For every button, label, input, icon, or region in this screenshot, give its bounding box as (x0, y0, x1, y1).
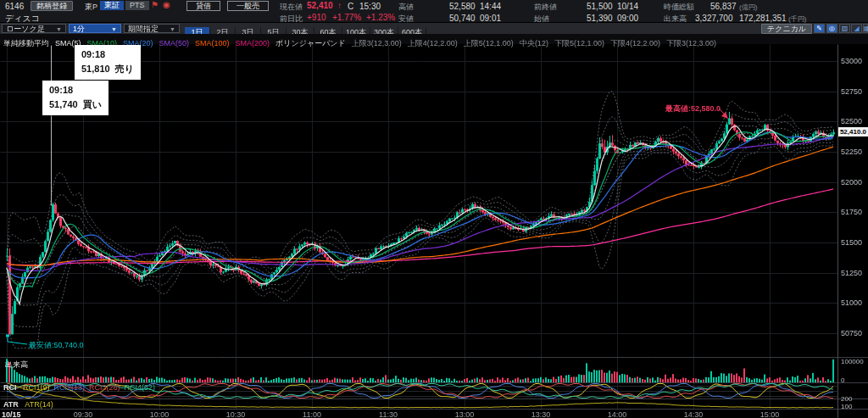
rci-legend-item: RCI3(26) (89, 383, 120, 392)
change-value: +910 (307, 13, 326, 22)
price-axis-label: 52750 (841, 87, 862, 96)
bollinger-legend-item: 下限4(12,2.00) (610, 39, 660, 47)
up-arrow-icon: ↑ (337, 1, 342, 10)
margin-button[interactable]: 貸借 (186, 1, 220, 11)
trading-chart-app: 6146 銘柄登録 東P 東証 PTS ⚑ ◉ 貸借 一般売 現在値 52,41… (0, 0, 868, 418)
bollinger-group-label: ボリンジャーバンド (275, 39, 346, 47)
atr-item-label: ATR(14) (25, 400, 53, 409)
price-axis-label: 50750 (841, 329, 862, 337)
pencil-icon[interactable]: ✎ (814, 24, 825, 33)
sma-legend-item: SMA(200) (236, 39, 270, 47)
bollinger-legend-item: 上限4(12,2.00) (408, 39, 458, 47)
header-row-1: 6146 銘柄登録 東P 東証 PTS ⚑ ◉ 貸借 一般売 現在値 52,41… (0, 0, 868, 12)
chart-type-value: ローソク足 (6, 25, 45, 33)
price-axis-label: 51750 (841, 208, 862, 216)
price-axis-label: 52500 (841, 117, 862, 125)
alert-icon[interactable]: ◉ (163, 0, 170, 9)
ticker-code: 6146 (5, 2, 24, 11)
price-axis-label: 52250 (841, 148, 862, 156)
session-low-annotation: 最安値:50,740.0 (29, 340, 84, 351)
price-axis-label: 51250 (841, 269, 862, 277)
time-axis-label: 14:30 (681, 410, 706, 418)
tab-pts[interactable]: PTS (125, 1, 149, 10)
trade-tooltip-buy: 09:18 51,740 買い (42, 81, 108, 115)
price-axis-label: 51500 (841, 238, 862, 247)
mcap-unit: (億円) (739, 3, 757, 12)
chevron-down-icon: ▼ (170, 25, 175, 33)
rci-title: RCI (3, 383, 17, 392)
price-axis: 5300052750525005225052000517505150051250… (837, 44, 868, 418)
close-flag: C (348, 2, 353, 11)
price-axis-label: 53000 (841, 57, 862, 65)
register-stock-button[interactable]: 銘柄登録 (31, 1, 73, 11)
tooltip-side: 売り (115, 64, 134, 74)
time-axis-label: 10:30 (223, 410, 248, 418)
tooltip-side: 買い (83, 99, 102, 109)
zoom-icon[interactable]: ◎ (826, 24, 837, 33)
period-select[interactable]: 期間指定▼ (124, 24, 180, 33)
panel-axis-label: 100 (841, 403, 852, 410)
prev-close-value: 51,500 (587, 2, 613, 11)
current-price-tag: 52,410.0 (838, 127, 868, 137)
tab-tse[interactable]: 東証 (100, 1, 124, 10)
chart-type-select[interactable]: ローソク足▼ (2, 24, 66, 33)
change-pct: +1.77% (332, 13, 361, 22)
rci-legend-item: RCI2(13) (54, 383, 86, 392)
period-value: 期間指定 (128, 25, 159, 33)
low-value: 50,740 (449, 14, 476, 23)
flag-icon[interactable]: ⚑ (151, 0, 159, 9)
technical-button[interactable]: テクニカル (761, 24, 812, 34)
current-time: 15:30 (359, 2, 381, 11)
panel-axis-label: 0 (841, 376, 844, 384)
time-axis-label: 14:00 (604, 410, 630, 418)
interval-select[interactable]: 1分▼ (69, 24, 121, 33)
session-high-annotation: 最高値:52,580.0 (665, 103, 721, 114)
time-axis-label: 11:00 (299, 410, 325, 418)
sma-legend-item: SMA(100) (195, 39, 230, 47)
sma-group-label: 単純移動平均 (3, 39, 49, 47)
sma-legend-item: SMA(50) (159, 39, 190, 47)
bollinger-legend-item: 下限5(12,1.00) (554, 39, 604, 47)
time-axis-label: 09:30 (70, 410, 96, 418)
settings-icon[interactable]: ▦ (863, 24, 868, 33)
turnover-value: 172,281,351 (739, 14, 787, 23)
current-price-value: 52,410 (307, 1, 333, 10)
time-axis-label: 10/15 (2, 410, 27, 418)
rci-panel-label: RCI RCI1(9)RCI2(13)RCI3(26)RCI4(52) (3, 383, 155, 392)
chevron-down-icon: ▼ (111, 25, 117, 33)
atr-panel-label: ATR ATR(14) (3, 400, 53, 409)
volume-value: 3,327,700 (695, 14, 733, 23)
interval-value: 1分 (73, 25, 85, 33)
open-time: 09:00 (617, 14, 638, 23)
trend-icon[interactable]: ◢ (851, 24, 862, 33)
time-axis: 10/1509:3010:0010:3011:0011:3013:0013:30… (0, 410, 837, 418)
panel-axis-label: 100000 (841, 358, 864, 365)
indicator-legend-row: 単純移動平均SMA(5)SMA(10)SMA(20)SMA(50)SMA(100… (0, 34, 868, 44)
chevron-down-icon: ▼ (56, 25, 62, 33)
bollinger-legend-item: 下限3(12,3.00) (666, 39, 716, 47)
price-axis-label: 52000 (841, 178, 862, 187)
bollinger-legend: 上限3(12,3.00)上限4(12,2.00)上限5(12,1.00)中央(1… (352, 34, 722, 48)
tooltip-time: 09:18 (81, 47, 134, 62)
rci-legend-item: RCI1(9) (23, 383, 50, 392)
change-pct-2: +1.23% (366, 13, 395, 22)
rci-legend: RCI1(9)RCI2(13)RCI3(26)RCI4(52) (19, 383, 155, 392)
price-axis-label: 51000 (841, 298, 862, 307)
open-value: 51,390 (587, 14, 613, 23)
time-axis-label: 13:00 (452, 410, 477, 418)
prev-close-date: 10/14 (617, 2, 638, 11)
atr-title: ATR (3, 400, 19, 409)
time-axis-label: 13:30 (528, 410, 554, 418)
bollinger-legend-item: 上限3(12,3.00) (352, 39, 402, 47)
low-time: 09:01 (480, 14, 501, 23)
tooltip-price: 51,810 (81, 64, 110, 74)
high-value: 52,580 (449, 2, 476, 11)
candlestick-icon[interactable]: ▥ (839, 24, 850, 33)
bollinger-legend-item: 中央(12) (520, 39, 548, 47)
tooltip-time: 09:18 (49, 83, 102, 98)
rci-legend-item: RCI4(52) (125, 383, 156, 392)
toolbar-row: ローソク足▼ 1分▼ 期間指定▼ 1日2日3日5日30本60本100本300本6… (0, 23, 868, 34)
general-sell-button[interactable]: 一般売 (227, 1, 269, 11)
time-axis-label: 11:30 (376, 410, 401, 418)
high-time: 14:44 (480, 2, 501, 11)
